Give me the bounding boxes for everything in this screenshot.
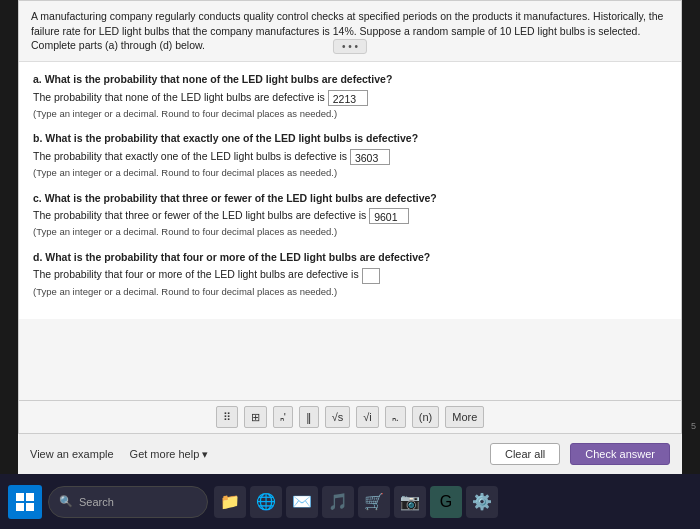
taskbar-icon-photos[interactable]: 📷 — [394, 486, 426, 518]
question-block-d: d. What is the probability that four or … — [33, 250, 667, 299]
answer-row-a: The probability that none of the LED lig… — [33, 90, 667, 106]
get-more-help-link[interactable]: Get more help ▾ — [130, 448, 209, 461]
answer-text-d: The probability that four or more of the… — [33, 268, 359, 280]
answer-row-d: The probability that four or more of the… — [33, 267, 667, 283]
ellipsis-button[interactable]: • • • — [333, 39, 367, 54]
toolbar-btn-more[interactable]: More — [445, 406, 484, 428]
main-panel: A manufacturing company regularly conduc… — [18, 0, 682, 469]
toolbar-btn-parens[interactable]: (n) — [412, 406, 439, 428]
svg-rect-1 — [26, 493, 34, 501]
hint-c: (Type an integer or a decimal. Round to … — [33, 225, 667, 239]
taskbar-icon-edge[interactable]: 🌐 — [250, 486, 282, 518]
taskbar-icon-store[interactable]: 🛒 — [358, 486, 390, 518]
taskbar-icon-settings[interactable]: ⚙️ — [466, 486, 498, 518]
hint-d: (Type an integer or a decimal. Round to … — [33, 285, 667, 299]
svg-rect-0 — [16, 493, 24, 501]
taskbar-icon-mail[interactable]: ✉️ — [286, 486, 318, 518]
hint-a: (Type an integer or a decimal. Round to … — [33, 107, 667, 121]
toolbar-btn-parallel[interactable]: ‖ — [299, 406, 319, 428]
taskbar-icon-green[interactable]: G — [430, 486, 462, 518]
hint-b: (Type an integer or a decimal. Round to … — [33, 166, 667, 180]
answer-input-c[interactable]: 9601 — [369, 208, 409, 224]
question-label-d: d. What is the probability that four or … — [33, 250, 667, 266]
toolbar-btn-sqrt-i[interactable]: √i — [356, 406, 378, 428]
answer-input-a[interactable]: 2213 — [328, 90, 368, 106]
answer-row-b: The probability that exactly one of the … — [33, 149, 667, 165]
svg-rect-2 — [16, 503, 24, 511]
question-block-b: b. What is the probability that exactly … — [33, 131, 667, 180]
taskbar: 🔍 Search 📁 🌐 ✉️ 🎵 🛒 📷 G ⚙️ — [0, 474, 700, 529]
check-answer-button[interactable]: Check answer — [570, 443, 670, 465]
taskbar-icons: 📁 🌐 ✉️ 🎵 🛒 📷 G ⚙️ — [214, 486, 692, 518]
answer-text-a: The probability that none of the LED lig… — [33, 91, 325, 103]
toolbar-btn-prime[interactable]: ₙ' — [273, 406, 293, 428]
bottom-right: Clear all Check answer — [490, 443, 670, 465]
toolbar-btn-dots[interactable]: ⠿ — [216, 406, 238, 428]
screen: A manufacturing company regularly conduc… — [0, 0, 700, 529]
page-number: 5 — [691, 421, 696, 431]
taskbar-search[interactable]: 🔍 Search — [48, 486, 208, 518]
content-area: a. What is the probability that none of … — [19, 62, 681, 319]
toolbar-area: ⠿ ⊞ ₙ' ‖ √s √i ₙ. (n) More — [18, 400, 682, 434]
windows-start-button[interactable] — [8, 485, 42, 519]
question-label-c: c. What is the probability that three or… — [33, 191, 667, 207]
answer-text-b: The probability that exactly one of the … — [33, 150, 347, 162]
svg-rect-3 — [26, 503, 34, 511]
taskbar-icon-music[interactable]: 🎵 — [322, 486, 354, 518]
answer-row-c: The probability that three or fewer of t… — [33, 208, 667, 224]
search-label: Search — [79, 496, 114, 508]
toolbar-btn-sqrt-s[interactable]: √s — [325, 406, 351, 428]
answer-input-b[interactable]: 3603 — [350, 149, 390, 165]
bottom-left: View an example Get more help ▾ — [30, 448, 208, 461]
taskbar-icon-file[interactable]: 📁 — [214, 486, 246, 518]
toolbar-btn-subscript[interactable]: ₙ. — [385, 406, 406, 428]
windows-icon — [16, 493, 34, 511]
search-icon: 🔍 — [59, 495, 73, 508]
question-block-c: c. What is the probability that three or… — [33, 191, 667, 240]
question-label-b: b. What is the probability that exactly … — [33, 131, 667, 147]
answer-text-c: The probability that three or fewer of t… — [33, 209, 366, 221]
question-block-a: a. What is the probability that none of … — [33, 72, 667, 121]
question-label-a: a. What is the probability that none of … — [33, 72, 667, 88]
bottom-bar: View an example Get more help ▾ Clear al… — [18, 434, 682, 474]
clear-all-button[interactable]: Clear all — [490, 443, 560, 465]
answer-input-d[interactable] — [362, 268, 380, 284]
view-example-link[interactable]: View an example — [30, 448, 114, 460]
toolbar-btn-matrix[interactable]: ⊞ — [244, 406, 267, 428]
